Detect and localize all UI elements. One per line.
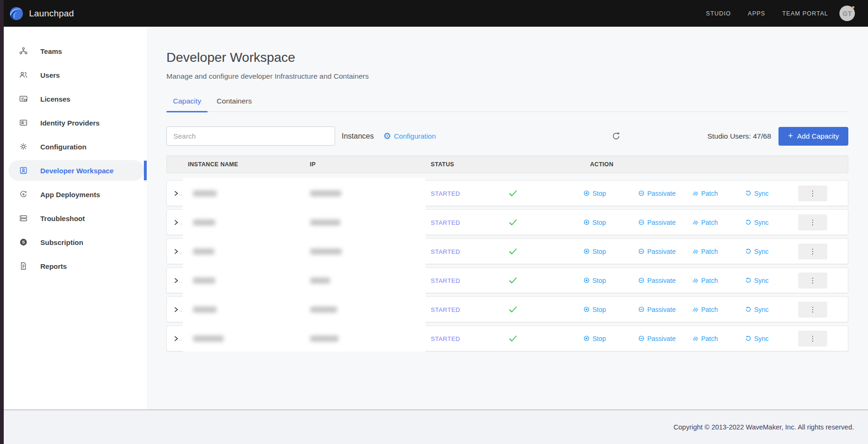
instances-label: Instances (342, 132, 374, 141)
expand-chevron-icon[interactable] (173, 219, 179, 225)
sidebar-item-teams[interactable]: Teams (0, 41, 147, 61)
expand-chevron-icon[interactable] (173, 277, 179, 283)
copyright-text: Copyright © 2013-2022 WaveMaker, Inc. Al… (673, 423, 854, 431)
sync-action[interactable]: Sync (745, 219, 769, 226)
configuration-link-label: Configuration (394, 132, 436, 140)
row-menu-button[interactable]: ⋮ (798, 273, 827, 289)
stop-icon (584, 219, 590, 225)
troubleshoot-icon (19, 214, 28, 223)
top-nav-apps[interactable]: APPS (748, 10, 765, 17)
refresh-icon[interactable] (612, 132, 621, 141)
passivate-action[interactable]: Passivate (638, 306, 676, 313)
sync-action-label: Sync (754, 219, 769, 226)
window-edge-strip (0, 0, 4, 444)
reports-icon (19, 261, 28, 271)
user-avatar[interactable]: GT (839, 6, 855, 21)
stop-action-label: Stop (592, 335, 606, 342)
sidebar-item-users[interactable]: Users (0, 65, 147, 85)
sidebar-item-reports[interactable]: Reports (0, 256, 147, 276)
row-ellipsis-prefix: .. (179, 191, 183, 196)
patch-action[interactable]: Patch (692, 277, 718, 284)
passivate-action[interactable]: Passivate (638, 190, 676, 197)
sync-icon (745, 335, 751, 341)
add-capacity-button[interactable]: + Add Capacity (778, 127, 848, 146)
passivate-action[interactable]: Passivate (638, 219, 676, 226)
patch-action[interactable]: Patch (692, 219, 718, 226)
stop-action[interactable]: Stop (584, 219, 606, 226)
sync-action[interactable]: Sync (745, 190, 769, 197)
patch-action[interactable]: Patch (692, 335, 718, 342)
status-text: STARTED (431, 248, 460, 255)
sync-action[interactable]: Sync (745, 248, 769, 255)
status-text: STARTED (431, 306, 460, 313)
success-check-icon (509, 219, 517, 226)
stop-action[interactable]: Stop (584, 335, 606, 342)
passivate-action-label: Passivate (647, 219, 676, 226)
patch-action[interactable]: Patch (692, 190, 718, 197)
patch-action[interactable]: Patch (692, 306, 718, 313)
patch-icon (692, 248, 698, 254)
patch-action[interactable]: Patch (692, 248, 718, 255)
identity-providers-icon (19, 118, 28, 127)
sidebar-item-app-deployments[interactable]: App Deployments (0, 184, 147, 205)
kebab-icon: ⋮ (809, 247, 816, 256)
expand-chevron-icon[interactable] (173, 248, 179, 254)
passivate-action-label: Passivate (647, 248, 676, 255)
blurred-instance-name (193, 219, 215, 225)
sync-action-label: Sync (754, 248, 769, 255)
blurred-row (183, 209, 426, 235)
sidebar-item-label: Identity Providers (40, 119, 100, 127)
passivate-action[interactable]: Passivate (638, 335, 676, 342)
kebab-icon: ⋮ (809, 189, 816, 198)
blurred-instance-name (193, 248, 214, 254)
blurred-row (183, 267, 426, 293)
stop-icon (584, 335, 590, 341)
sync-icon (745, 277, 751, 283)
row-ellipsis-prefix: .. (179, 307, 183, 312)
success-check-icon (509, 335, 517, 342)
kebab-icon: ⋮ (809, 218, 816, 227)
sidebar-item-subscription[interactable]: S Subscription (0, 232, 147, 252)
stop-action[interactable]: Stop (584, 277, 606, 284)
blurred-ip (310, 335, 338, 341)
blurred-row (183, 180, 426, 206)
success-check-icon (509, 190, 517, 197)
stop-action[interactable]: Stop (584, 248, 606, 255)
passivate-action-label: Passivate (647, 335, 676, 342)
sidebar-item-configuration[interactable]: Configuration (0, 136, 147, 157)
sidebar-item-identity-providers[interactable]: Identity Providers (0, 112, 147, 133)
sidebar-item-licenses[interactable]: Licenses (0, 89, 147, 109)
column-header-ip: IP (310, 156, 315, 173)
stop-action[interactable]: Stop (584, 306, 606, 313)
main-content: Developer Workspace Manage and configure… (147, 27, 868, 409)
sync-action[interactable]: Sync (745, 335, 769, 342)
configuration-link[interactable]: ⚙ Configuration (383, 132, 435, 141)
expand-chevron-icon[interactable] (173, 335, 179, 341)
passivate-action[interactable]: Passivate (638, 248, 676, 255)
sync-action[interactable]: Sync (745, 306, 769, 313)
top-nav-studio[interactable]: STUDIO (706, 10, 731, 17)
row-menu-button[interactable]: ⋮ (798, 215, 827, 230)
passivate-action[interactable]: Passivate (638, 277, 676, 284)
stop-action[interactable]: Stop (584, 190, 606, 197)
tab-containers[interactable]: Containers (210, 93, 258, 111)
row-menu-button[interactable]: ⋮ (798, 185, 827, 201)
stop-action-label: Stop (592, 306, 606, 313)
row-menu-button[interactable]: ⋮ (798, 331, 827, 347)
patch-action-label: Patch (701, 335, 718, 342)
row-menu-button[interactable]: ⋮ (798, 244, 827, 259)
row-menu-button[interactable]: ⋮ (798, 302, 827, 318)
top-nav-team-portal[interactable]: TEAM PORTAL (782, 10, 828, 17)
expand-chevron-icon[interactable] (173, 190, 179, 196)
expand-chevron-icon[interactable] (173, 306, 179, 312)
sync-action[interactable]: Sync (745, 277, 769, 284)
tab-capacity[interactable]: Capacity (166, 93, 208, 111)
passivate-icon (638, 248, 644, 254)
sidebar-item-developer-workspace[interactable]: Developer Workspace (0, 160, 147, 181)
sync-action-label: Sync (754, 190, 769, 197)
sidebar-item-troubleshoot[interactable]: Troubleshoot (0, 208, 147, 229)
kebab-icon: ⋮ (809, 276, 816, 285)
blurred-instance-name (193, 306, 217, 312)
search-input[interactable] (166, 126, 335, 146)
stop-action-label: Stop (592, 219, 606, 226)
